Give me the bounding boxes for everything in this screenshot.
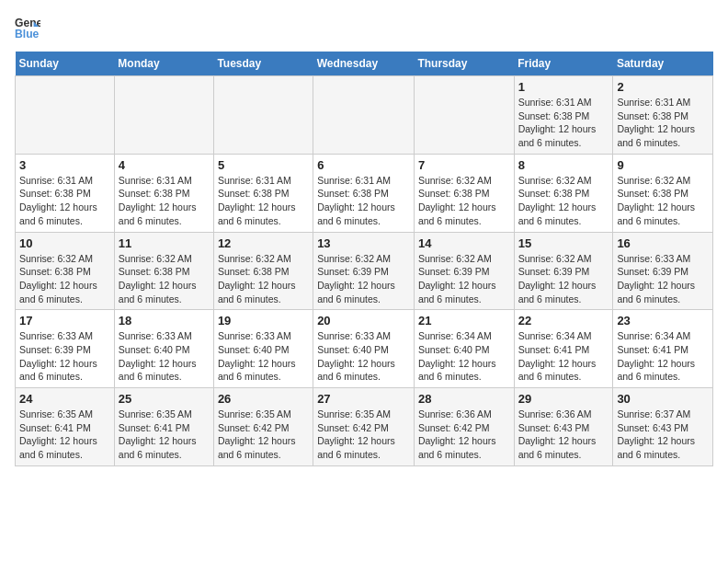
calendar-cell [313,76,415,155]
day-info: Sunrise: 6:31 AM Sunset: 6:38 PM Dayligh… [617,96,709,150]
calendar-cell: 18Sunrise: 6:33 AM Sunset: 6:40 PM Dayli… [114,310,213,388]
day-info: Sunrise: 6:37 AM Sunset: 6:43 PM Dayligh… [617,408,709,462]
day-number: 25 [119,392,210,406]
calendar-cell: 9Sunrise: 6:32 AM Sunset: 6:38 PM Daylig… [613,154,713,232]
calendar-cell: 29Sunrise: 6:36 AM Sunset: 6:43 PM Dayli… [514,388,613,466]
day-info: Sunrise: 6:35 AM Sunset: 6:42 PM Dayligh… [218,408,309,462]
day-info: Sunrise: 6:32 AM Sunset: 6:39 PM Dayligh… [418,252,510,306]
weekday-header: Tuesday [213,52,313,76]
day-info: Sunrise: 6:36 AM Sunset: 6:43 PM Dayligh… [518,408,609,462]
svg-text:Blue: Blue [15,28,40,40]
day-number: 7 [418,158,510,172]
day-number: 16 [617,236,709,250]
day-number: 20 [317,314,410,327]
day-number: 9 [617,158,709,172]
calendar-cell: 26Sunrise: 6:35 AM Sunset: 6:42 PM Dayli… [213,388,313,466]
day-info: Sunrise: 6:32 AM Sunset: 6:38 PM Dayligh… [418,174,510,228]
calendar-cell: 1Sunrise: 6:31 AM Sunset: 6:38 PM Daylig… [514,76,613,155]
calendar-cell: 27Sunrise: 6:35 AM Sunset: 6:42 PM Dayli… [313,388,415,466]
calendar-cell: 17Sunrise: 6:33 AM Sunset: 6:39 PM Dayli… [16,310,115,388]
day-info: Sunrise: 6:33 AM Sunset: 6:39 PM Dayligh… [617,252,709,306]
calendar-cell: 16Sunrise: 6:33 AM Sunset: 6:39 PM Dayli… [613,232,713,310]
calendar-cell: 15Sunrise: 6:32 AM Sunset: 6:39 PM Dayli… [514,232,613,310]
day-info: Sunrise: 6:34 AM Sunset: 6:41 PM Dayligh… [518,329,609,384]
calendar-cell: 30Sunrise: 6:37 AM Sunset: 6:43 PM Dayli… [613,388,713,466]
day-info: Sunrise: 6:35 AM Sunset: 6:41 PM Dayligh… [19,408,110,462]
day-number: 17 [19,314,110,327]
day-info: Sunrise: 6:36 AM Sunset: 6:42 PM Dayligh… [418,408,510,462]
day-number: 1 [518,80,609,94]
day-number: 26 [218,392,309,406]
day-info: Sunrise: 6:34 AM Sunset: 6:41 PM Dayligh… [617,329,709,384]
day-number: 14 [418,236,510,250]
calendar-cell [213,76,313,155]
calendar-cell: 13Sunrise: 6:32 AM Sunset: 6:39 PM Dayli… [313,232,415,310]
day-number: 6 [317,158,410,172]
day-info: Sunrise: 6:31 AM Sunset: 6:38 PM Dayligh… [518,96,609,150]
day-number: 11 [119,236,210,250]
calendar-cell: 6Sunrise: 6:31 AM Sunset: 6:38 PM Daylig… [313,154,415,232]
day-info: Sunrise: 6:32 AM Sunset: 6:39 PM Dayligh… [317,252,410,306]
day-number: 27 [317,392,410,406]
calendar-cell: 25Sunrise: 6:35 AM Sunset: 6:41 PM Dayli… [114,388,213,466]
calendar-table: SundayMondayTuesdayWednesdayThursdayFrid… [15,52,713,466]
page-header: General Blue [15,15,713,40]
calendar-cell: 12Sunrise: 6:32 AM Sunset: 6:38 PM Dayli… [213,232,313,310]
day-info: Sunrise: 6:31 AM Sunset: 6:38 PM Dayligh… [19,174,110,228]
weekday-header: Sunday [16,52,115,76]
weekday-header: Monday [114,52,213,76]
calendar-week-row: 24Sunrise: 6:35 AM Sunset: 6:41 PM Dayli… [16,388,713,466]
calendar-cell: 10Sunrise: 6:32 AM Sunset: 6:38 PM Dayli… [16,232,115,310]
calendar-cell: 7Sunrise: 6:32 AM Sunset: 6:38 PM Daylig… [414,154,514,232]
day-number: 3 [19,158,110,172]
day-info: Sunrise: 6:33 AM Sunset: 6:39 PM Dayligh… [19,329,110,384]
day-info: Sunrise: 6:32 AM Sunset: 6:38 PM Dayligh… [119,252,210,306]
day-number: 15 [518,236,609,250]
calendar-cell [414,76,514,155]
day-number: 30 [617,392,709,406]
day-info: Sunrise: 6:32 AM Sunset: 6:38 PM Dayligh… [518,174,609,228]
calendar-cell: 5Sunrise: 6:31 AM Sunset: 6:38 PM Daylig… [213,154,313,232]
calendar-cell: 8Sunrise: 6:32 AM Sunset: 6:38 PM Daylig… [514,154,613,232]
calendar-week-row: 10Sunrise: 6:32 AM Sunset: 6:38 PM Dayli… [16,232,713,310]
day-number: 8 [518,158,609,172]
day-info: Sunrise: 6:33 AM Sunset: 6:40 PM Dayligh… [119,329,210,384]
calendar-cell: 23Sunrise: 6:34 AM Sunset: 6:41 PM Dayli… [613,310,713,388]
day-number: 22 [518,314,609,327]
day-info: Sunrise: 6:32 AM Sunset: 6:38 PM Dayligh… [19,252,110,306]
logo: General Blue [15,15,40,40]
weekday-header: Wednesday [313,52,415,76]
calendar-cell: 21Sunrise: 6:34 AM Sunset: 6:40 PM Dayli… [414,310,514,388]
calendar-cell: 28Sunrise: 6:36 AM Sunset: 6:42 PM Dayli… [414,388,514,466]
weekday-header: Saturday [613,52,713,76]
weekday-header: Thursday [414,52,514,76]
day-number: 21 [418,314,510,327]
day-info: Sunrise: 6:35 AM Sunset: 6:41 PM Dayligh… [119,408,210,462]
weekday-header-row: SundayMondayTuesdayWednesdayThursdayFrid… [16,52,713,76]
day-number: 10 [19,236,110,250]
calendar-week-row: 3Sunrise: 6:31 AM Sunset: 6:38 PM Daylig… [16,154,713,232]
calendar-cell: 22Sunrise: 6:34 AM Sunset: 6:41 PM Dayli… [514,310,613,388]
day-number: 28 [418,392,510,406]
day-number: 24 [19,392,110,406]
weekday-header: Friday [514,52,613,76]
day-info: Sunrise: 6:31 AM Sunset: 6:38 PM Dayligh… [218,174,309,228]
day-info: Sunrise: 6:35 AM Sunset: 6:42 PM Dayligh… [317,408,410,462]
day-number: 18 [119,314,210,327]
day-number: 13 [317,236,410,250]
calendar-cell: 19Sunrise: 6:33 AM Sunset: 6:40 PM Dayli… [213,310,313,388]
logo-icon: General Blue [15,15,40,40]
day-info: Sunrise: 6:32 AM Sunset: 6:38 PM Dayligh… [218,252,309,306]
calendar-cell: 14Sunrise: 6:32 AM Sunset: 6:39 PM Dayli… [414,232,514,310]
day-info: Sunrise: 6:31 AM Sunset: 6:38 PM Dayligh… [119,174,210,228]
day-info: Sunrise: 6:34 AM Sunset: 6:40 PM Dayligh… [418,329,510,384]
day-info: Sunrise: 6:32 AM Sunset: 6:38 PM Dayligh… [617,174,709,228]
day-number: 4 [119,158,210,172]
day-number: 12 [218,236,309,250]
day-number: 2 [617,80,709,94]
day-info: Sunrise: 6:31 AM Sunset: 6:38 PM Dayligh… [317,174,410,228]
day-info: Sunrise: 6:33 AM Sunset: 6:40 PM Dayligh… [317,329,410,384]
calendar-cell: 4Sunrise: 6:31 AM Sunset: 6:38 PM Daylig… [114,154,213,232]
calendar-cell [114,76,213,155]
calendar-cell [16,76,115,155]
